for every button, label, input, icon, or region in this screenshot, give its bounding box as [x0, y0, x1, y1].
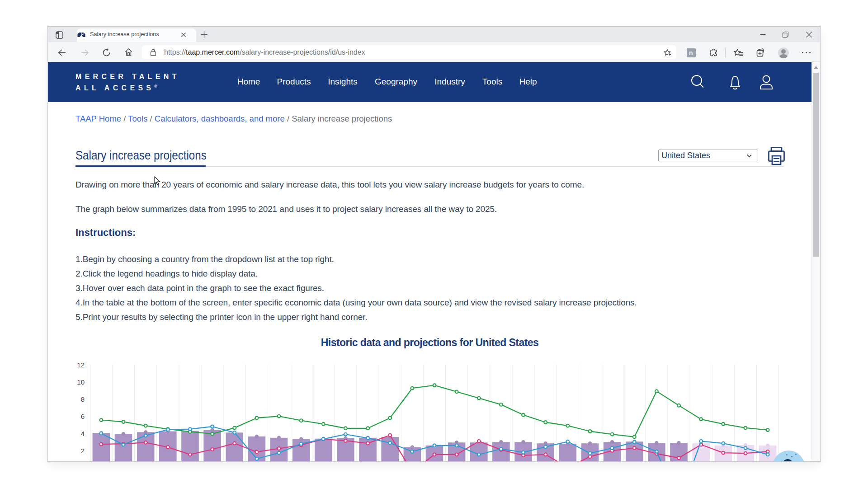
svg-text:6: 6 [81, 413, 85, 420]
svg-text:12: 12 [77, 361, 85, 369]
svg-text:2: 2 [81, 447, 85, 455]
svg-text:8: 8 [81, 395, 85, 403]
svg-text:10: 10 [77, 378, 85, 386]
svg-text:4: 4 [81, 430, 85, 437]
